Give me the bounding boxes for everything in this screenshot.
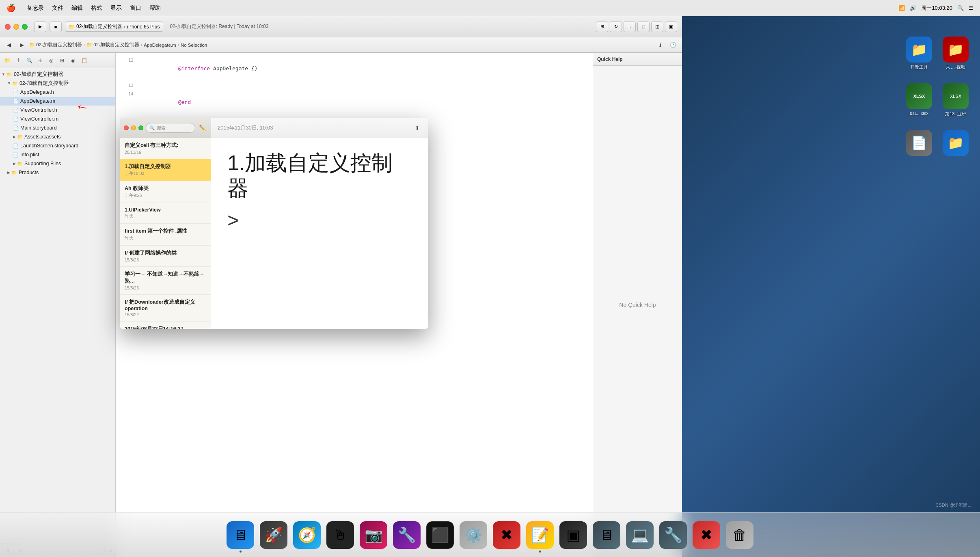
notes-item-1[interactable]: 1.加载自定义控制器 上午10:03 bbox=[120, 159, 211, 181]
dock-monitor1[interactable]: 🖥 bbox=[591, 520, 622, 550]
traffic-lights bbox=[5, 24, 28, 30]
notes-max-button[interactable] bbox=[138, 125, 143, 130]
notes-content-body[interactable]: 1.加载自定义控制器 > bbox=[211, 138, 428, 329]
menu-编辑[interactable]: 编辑 bbox=[71, 4, 83, 12]
menu-窗口[interactable]: 窗口 bbox=[130, 4, 141, 12]
run-button[interactable]: ▶ bbox=[34, 22, 46, 32]
tree-file-launchscreen[interactable]: 📄 LaunchScreen.storyboard bbox=[0, 141, 115, 150]
tree-folder-supporting[interactable]: ▶ 📁 Supporting Files bbox=[0, 159, 115, 168]
desktop-icon-doc1[interactable]: 📄 bbox=[903, 130, 935, 158]
nav-warn-btn[interactable]: ⚠ bbox=[35, 56, 45, 65]
notes-search-box[interactable]: 🔍 搜索 bbox=[146, 123, 195, 133]
finder-dot bbox=[240, 551, 242, 553]
editor-btn-6[interactable]: ▣ bbox=[665, 22, 677, 32]
device-name: iPhone 6s Plus bbox=[127, 24, 160, 30]
notes-item-4[interactable]: first item 第一个控件 .属性 昨天 bbox=[120, 224, 211, 246]
notes-item-0[interactable]: 自定义cell 有三种方式: 20/11/16 bbox=[120, 138, 211, 159]
notes-list: 自定义cell 有三种方式: 20/11/16 1.加载自定义控制器 上午10:… bbox=[120, 138, 211, 329]
editor-btn-1[interactable]: ⊞ bbox=[596, 22, 608, 32]
notes-close-button[interactable] bbox=[124, 125, 129, 130]
dock-tool2[interactable]: 🔧 bbox=[658, 520, 688, 550]
tree-file-appdelegatem[interactable]: 📄 AppDelegate.m bbox=[0, 97, 115, 106]
desktop-icon-videos[interactable]: 📁 未…·视频 bbox=[939, 37, 972, 70]
tree-file-appdelegateh[interactable]: 📄 AppDelegate.h bbox=[0, 88, 115, 97]
clock: 周一10:03:20 bbox=[921, 4, 952, 12]
breadcrumb-project[interactable]: 📁 02-加载自定义控制器 bbox=[29, 42, 82, 48]
search-icon[interactable]: 🔍 bbox=[957, 5, 964, 11]
file-info-button[interactable]: ℹ bbox=[654, 40, 666, 50]
dock-launchpad[interactable]: 🚀 bbox=[259, 520, 289, 550]
menu-帮助[interactable]: 帮助 bbox=[149, 4, 161, 12]
tree-subfolder[interactable]: ▼ 📁 02-加载自定义控制器 bbox=[0, 79, 115, 88]
notes-item-3[interactable]: 1.UIPickerView 昨天 bbox=[120, 203, 211, 224]
tree-file-infoplist[interactable]: 📄 Info.plist bbox=[0, 150, 115, 159]
dock-settings[interactable]: ⚙️ bbox=[458, 520, 488, 550]
nav-report-btn[interactable]: 📋 bbox=[79, 56, 89, 65]
notes-compose-button[interactable]: ✏️ bbox=[198, 123, 207, 132]
dock-app1[interactable]: ▣ bbox=[558, 520, 588, 550]
tree-file-viewcontrollerm[interactable]: 📄 ViewController.m bbox=[0, 114, 115, 123]
menu-文件[interactable]: 文件 bbox=[52, 4, 63, 12]
minimize-button[interactable] bbox=[13, 24, 19, 30]
menu-格式[interactable]: 格式 bbox=[91, 4, 102, 12]
notes-item-2[interactable]: Ah 教师类 上午9:26 bbox=[120, 181, 211, 203]
desktop-icon-folder2[interactable]: 📁 bbox=[939, 130, 972, 158]
dock-terminal[interactable]: ⬛ bbox=[425, 520, 455, 550]
notes-item-5[interactable]: f/ 创建了网络操作的类 15/8/25 bbox=[120, 246, 211, 267]
desktop-icon-xlsx1[interactable]: XLSX bs1...xlsx bbox=[903, 83, 935, 116]
project-icon: 📁 bbox=[69, 24, 75, 30]
iphoto-icon: 📷 bbox=[360, 521, 387, 549]
monitor1-icon: 🖥 bbox=[593, 521, 620, 549]
breadcrumb-selection[interactable]: No Selection bbox=[181, 43, 207, 47]
dock-monitor2[interactable]: 💻 bbox=[625, 520, 655, 550]
nav-back-button[interactable]: ◀ bbox=[3, 40, 15, 50]
clock-button[interactable]: 🕐 bbox=[667, 40, 679, 50]
dock-notes[interactable]: 📝 bbox=[525, 520, 555, 550]
dock-iphoto[interactable]: 📷 bbox=[358, 520, 389, 550]
nav-test-btn[interactable]: ◎ bbox=[46, 56, 56, 65]
notes-item-6[interactable]: 学习一→ 不知道→知道→不熟练→熟… 15/8/25 bbox=[120, 267, 211, 295]
menu-显示[interactable]: 显示 bbox=[110, 4, 122, 12]
dock-xmind[interactable]: ✖ bbox=[492, 520, 522, 550]
editor-btn-3[interactable]: → bbox=[624, 22, 636, 32]
dock-tools[interactable]: 🔧 bbox=[392, 520, 422, 550]
project-selector[interactable]: 📁 02-加载自定义控制器 › iPhone 6s Plus bbox=[65, 22, 163, 32]
editor-btn-5[interactable]: ◫ bbox=[651, 22, 663, 32]
tree-folder-products[interactable]: ▶ 📁 Products bbox=[0, 168, 115, 177]
nav-debug-btn[interactable]: ⊞ bbox=[57, 56, 67, 65]
maximize-button[interactable] bbox=[22, 24, 28, 30]
nav-folder-btn[interactable]: 📁 bbox=[2, 56, 12, 65]
close-button[interactable] bbox=[5, 24, 11, 30]
dock-safari[interactable]: 🧭 bbox=[292, 520, 322, 550]
tree-file-mainstoryboard[interactable]: 📄 Main.storyboard bbox=[0, 123, 115, 132]
menu-备忘录[interactable]: 备忘录 bbox=[27, 4, 44, 12]
breadcrumb-file[interactable]: AppDelegate.m bbox=[144, 43, 176, 47]
notes-share-button[interactable]: ⬆ bbox=[413, 123, 422, 132]
breadcrumb-folder[interactable]: 📁 02-加载自定义控制器 bbox=[86, 42, 139, 48]
dock-cursor[interactable]: 🖱 bbox=[325, 520, 355, 550]
notes-item-0-title: 自定义cell 有三种方式: bbox=[125, 142, 206, 149]
notes-item-7-title: f/ 把Downloader改造成自定义operation bbox=[125, 299, 206, 311]
notes-item-8[interactable]: 2015年08月22日14:16:27 15/8/22 bbox=[120, 322, 211, 329]
tree-file-viewcontrollerh[interactable]: 📄 ViewController.h bbox=[0, 106, 115, 114]
desktop-icon-devtools[interactable]: 📁 开发工具 bbox=[903, 37, 935, 70]
dock-finder[interactable]: 🖥 bbox=[225, 520, 255, 550]
stop-button[interactable]: ■ bbox=[50, 22, 62, 32]
tree-folder-assets[interactable]: ▶ 📁 Assets.xcassets bbox=[0, 132, 115, 141]
dock-app2[interactable]: ✖ bbox=[691, 520, 721, 550]
apple-menu[interactable]: 🍎 bbox=[6, 4, 15, 13]
notes-item-7[interactable]: f/ 把Downloader改造成自定义operation 15/8/22 bbox=[120, 295, 211, 322]
notes-item-6-date: 15/8/25 bbox=[125, 285, 206, 290]
nav-search-btn[interactable]: 🔍 bbox=[24, 56, 34, 65]
nav-breakpoint-btn[interactable]: ◉ bbox=[68, 56, 78, 65]
notes-icon: 📝 bbox=[526, 521, 554, 549]
editor-btn-4[interactable]: □ bbox=[637, 22, 650, 32]
editor-btn-2[interactable]: ↻ bbox=[610, 22, 622, 32]
notes-min-button[interactable] bbox=[131, 125, 136, 130]
dock-trash[interactable]: 🗑 bbox=[725, 520, 755, 550]
tree-root[interactable]: ▼ 📁 02-加载自定义控制器 bbox=[0, 70, 115, 79]
menu-icon[interactable]: ☰ bbox=[969, 5, 974, 11]
nav-vcs-btn[interactable]: ⤴ bbox=[13, 56, 23, 65]
desktop-icon-xlsx2[interactable]: XLSX 第13..业班 bbox=[939, 83, 972, 117]
nav-forward-button[interactable]: ▶ bbox=[16, 40, 28, 50]
